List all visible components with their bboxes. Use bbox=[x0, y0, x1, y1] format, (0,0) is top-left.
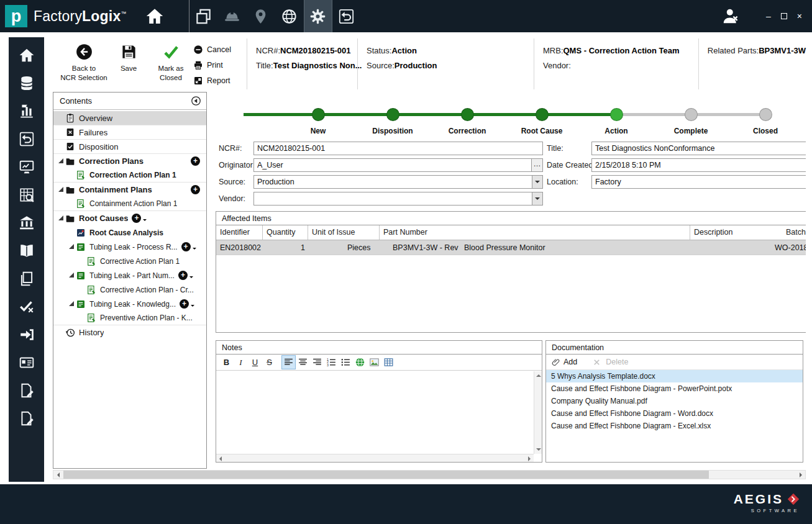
tree-item[interactable]: History + + bbox=[53, 325, 206, 340]
align-center-icon[interactable] bbox=[296, 356, 309, 369]
column-header[interactable]: Identifier bbox=[216, 225, 263, 240]
menu-arrow-icon[interactable] bbox=[189, 276, 193, 280]
scrollbar-thumb[interactable] bbox=[63, 471, 709, 479]
document-file-item[interactable]: Company Quality Manual.pdf bbox=[546, 395, 803, 407]
title-input[interactable] bbox=[591, 142, 806, 155]
add-button[interactable]: + bbox=[178, 271, 188, 280]
topnav-settings[interactable] bbox=[304, 0, 332, 32]
add-button[interactable]: + bbox=[180, 299, 189, 309]
tree-item[interactable]: Corrective Action Plan - Cr... + + bbox=[53, 282, 206, 297]
sidebar-item-data[interactable] bbox=[9, 74, 44, 93]
notes-horizontal-scrollbar[interactable] bbox=[216, 454, 534, 462]
vendor-select[interactable] bbox=[253, 192, 543, 206]
column-header[interactable]: Quantity bbox=[263, 225, 308, 240]
menu-arrow-icon[interactable] bbox=[143, 219, 147, 223]
print-button[interactable]: Print bbox=[193, 59, 240, 71]
expander-icon[interactable] bbox=[68, 300, 76, 308]
tree-item[interactable]: Disposition + + bbox=[53, 140, 206, 154]
scroll-down-icon[interactable] bbox=[534, 446, 542, 454]
format-button-underline[interactable]: U bbox=[249, 356, 262, 369]
scroll-left-icon[interactable] bbox=[216, 454, 224, 463]
home-icon[interactable] bbox=[145, 7, 164, 25]
column-header[interactable]: Batch bbox=[782, 225, 806, 240]
browse-button[interactable]: … bbox=[531, 159, 542, 171]
tree-item[interactable]: Correction Action Plan 1 + + bbox=[53, 168, 206, 183]
add-document-button[interactable]: Add bbox=[563, 358, 577, 366]
document-file-item[interactable]: 5 Whys Analysis Template.docx bbox=[546, 370, 803, 382]
expander-icon[interactable] bbox=[57, 214, 65, 222]
topnav-production[interactable] bbox=[218, 0, 247, 32]
dropdown-arrow-icon[interactable] bbox=[532, 192, 542, 205]
tree-item[interactable]: Tubing Leak - Knowledg... + + bbox=[53, 297, 206, 311]
minimize-button[interactable]: – bbox=[766, 12, 771, 20]
align-right-icon[interactable] bbox=[311, 356, 324, 369]
format-button-strikethrough[interactable]: S bbox=[263, 356, 276, 369]
sidebar-item-lookup[interactable] bbox=[9, 186, 44, 204]
tree-item[interactable]: Overview + + bbox=[53, 111, 206, 125]
column-header[interactable]: Unit of Issue bbox=[308, 225, 380, 240]
mark-as-closed-button[interactable]: Mark asClosed bbox=[150, 38, 192, 89]
dropdown-arrow-icon[interactable] bbox=[532, 176, 542, 188]
tree-item[interactable]: Root Cause Analysis + + bbox=[53, 225, 206, 240]
add-button[interactable]: + bbox=[181, 242, 191, 251]
tree-item[interactable]: Correction Plans + + bbox=[53, 154, 206, 168]
date-created-input[interactable] bbox=[591, 158, 806, 172]
report-button[interactable]: Report bbox=[193, 75, 240, 87]
scroll-right-icon[interactable] bbox=[526, 454, 534, 463]
tree-item[interactable]: Containment Action Plan 1 + + bbox=[53, 197, 206, 211]
expander-icon[interactable] bbox=[57, 186, 65, 194]
tree-item[interactable]: Root Causes + + bbox=[53, 211, 206, 225]
format-button-italic[interactable]: I bbox=[234, 356, 247, 369]
tree-item[interactable]: Tubing Leak - Process R... + + bbox=[53, 240, 206, 254]
sidebar-item-quality[interactable] bbox=[9, 297, 44, 316]
scroll-up-icon[interactable] bbox=[534, 371, 542, 379]
table-icon[interactable] bbox=[382, 356, 395, 369]
document-file-item[interactable]: Cause and Effect Fishbone Diagram - Powe… bbox=[546, 382, 803, 395]
notes-vertical-scrollbar[interactable] bbox=[534, 371, 542, 454]
notes-editor[interactable] bbox=[216, 371, 534, 454]
main-horizontal-scrollbar[interactable] bbox=[53, 470, 806, 479]
sidebar-item-badge[interactable] bbox=[9, 353, 44, 372]
originator-field[interactable]: A_User … bbox=[253, 158, 543, 172]
cancel-button[interactable]: Cancel bbox=[193, 43, 240, 56]
topnav-locations[interactable] bbox=[247, 0, 275, 32]
topnav-copy[interactable] bbox=[189, 0, 218, 32]
topnav-web[interactable] bbox=[275, 0, 304, 32]
format-button-bold[interactable]: B bbox=[220, 356, 233, 369]
document-file-item[interactable]: Cause and Effect Fishbone Diagram - Exce… bbox=[546, 420, 803, 432]
globe-green-icon[interactable] bbox=[354, 356, 367, 369]
location-input[interactable] bbox=[591, 175, 806, 189]
sidebar-item-home[interactable] bbox=[9, 46, 44, 65]
expander-icon[interactable] bbox=[68, 271, 76, 279]
user-logout-icon[interactable] bbox=[721, 7, 740, 25]
document-file-item[interactable]: Cause and Effect Fishbone Diagram - Word… bbox=[546, 407, 803, 420]
sidebar-item-monitor[interactable] bbox=[9, 158, 44, 176]
topnav-revert[interactable] bbox=[332, 0, 361, 32]
scroll-right-icon[interactable] bbox=[796, 471, 805, 479]
image-icon[interactable] bbox=[368, 356, 381, 369]
tree-item[interactable]: Containment Plans + + bbox=[53, 183, 206, 197]
sidebar-item-notes-a[interactable] bbox=[9, 381, 44, 400]
add-button[interactable]: + bbox=[191, 185, 200, 194]
sidebar-item-transfer[interactable] bbox=[9, 325, 44, 344]
menu-arrow-icon[interactable] bbox=[193, 248, 196, 251]
tree-item[interactable]: Failures + + bbox=[53, 125, 206, 140]
table-row[interactable]: EN2018002 1 Pieces BP3MV1-3W - Rev 1 Blo… bbox=[216, 240, 806, 255]
menu-arrow-icon[interactable] bbox=[191, 305, 194, 309]
add-button[interactable]: + bbox=[132, 214, 141, 223]
expander-icon[interactable] bbox=[57, 157, 65, 165]
ncr-number-input[interactable] bbox=[253, 142, 543, 155]
save-button[interactable]: Save bbox=[107, 38, 150, 89]
delete-document-button[interactable]: Delete bbox=[606, 358, 628, 366]
sidebar-item-documents[interactable] bbox=[9, 269, 44, 288]
tree-item[interactable]: Tubing Leak - Part Num... + + bbox=[53, 268, 206, 282]
column-header[interactable]: Description bbox=[690, 225, 782, 240]
sidebar-item-notes-b[interactable] bbox=[9, 409, 44, 428]
close-button[interactable]: × bbox=[797, 12, 802, 20]
add-button[interactable]: + bbox=[191, 156, 200, 166]
expander-icon[interactable] bbox=[68, 243, 76, 251]
scroll-left-icon[interactable] bbox=[53, 471, 63, 479]
sidebar-item-reports[interactable] bbox=[9, 102, 44, 120]
maximize-button[interactable] bbox=[781, 13, 787, 19]
source-select[interactable]: Production bbox=[253, 175, 543, 189]
